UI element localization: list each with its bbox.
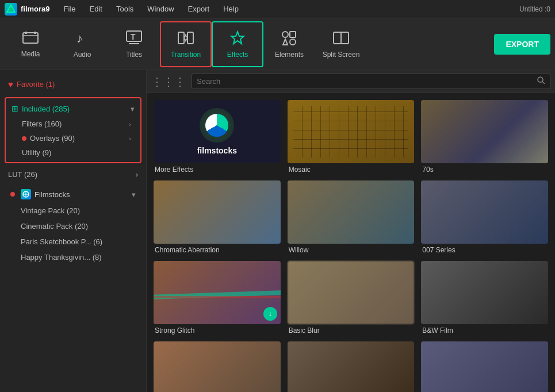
heart-icon: ♥ bbox=[8, 79, 13, 89]
lut-chevron: › bbox=[136, 170, 138, 179]
effects-grid: filmstocks More Effects Mosaic 70s bbox=[147, 93, 555, 392]
menu-bar: filmora9 File Edit Tools Window Export H… bbox=[0, 0, 555, 18]
main-area: ♥ Favorite (1) ⊞ Included (285) ▾ Filter… bbox=[0, 70, 555, 392]
sidebar-included-header[interactable]: ⊞ Included (285) ▾ bbox=[6, 101, 140, 117]
sidebar-favorite[interactable]: ♥ Favorite (1) bbox=[0, 75, 146, 94]
menu-edit[interactable]: Edit bbox=[84, 2, 108, 16]
70s-label: 70s bbox=[421, 166, 548, 174]
svg-rect-3 bbox=[25, 32, 27, 34]
search-bar: ⋮⋮⋮ bbox=[147, 70, 555, 93]
effect-glitch[interactable]: ↓ Strong Glitch bbox=[154, 261, 281, 335]
toolbar-audio[interactable]: ♪ Audio bbox=[56, 21, 108, 67]
menu-file[interactable]: File bbox=[58, 2, 82, 16]
svg-rect-13 bbox=[290, 32, 296, 37]
overlays-chevron: › bbox=[129, 135, 131, 142]
toolbar-transition-label: Transition bbox=[171, 51, 201, 59]
filmstocks-label: Filmstocks bbox=[35, 190, 70, 199]
partial3-thumb bbox=[421, 341, 548, 392]
effect-007[interactable]: 007 Series bbox=[421, 180, 548, 254]
007-label: 007 Series bbox=[421, 246, 548, 254]
effect-blur[interactable]: Basic Blur bbox=[288, 261, 415, 335]
effect-mosaic[interactable]: Mosaic bbox=[288, 100, 415, 174]
search-wrapper bbox=[192, 74, 550, 89]
sidebar-paris[interactable]: Paris Sketchbook P... (6) bbox=[5, 234, 141, 249]
sidebar-filters[interactable]: Filters (160) › bbox=[6, 117, 140, 131]
sidebar-thanksgiving[interactable]: Happy Thanksgivin... (8) bbox=[5, 249, 141, 265]
effect-partial3[interactable] bbox=[421, 341, 548, 392]
toolbar-media-label: Media bbox=[21, 50, 40, 58]
effect-70s[interactable]: 70s bbox=[421, 100, 548, 174]
filmstocks-chevron: ▾ bbox=[132, 190, 136, 199]
app-name: filmora9 bbox=[21, 5, 50, 13]
sidebar: ♥ Favorite (1) ⊞ Included (285) ▾ Filter… bbox=[0, 70, 147, 392]
grid-icon: ⊞ bbox=[12, 104, 18, 113]
svg-rect-2 bbox=[23, 33, 38, 43]
effect-partial2[interactable] bbox=[288, 341, 415, 392]
content-area: ⋮⋮⋮ filmstocks More E bbox=[147, 70, 555, 392]
filmstocks-header[interactable]: Filmstocks ▾ bbox=[5, 186, 141, 203]
sidebar-cinematic[interactable]: Cinematic Pack (20) bbox=[5, 218, 141, 234]
menu-help[interactable]: Help bbox=[217, 2, 244, 16]
effect-bw[interactable]: B&W Film bbox=[421, 261, 548, 335]
007-thumb bbox=[421, 180, 548, 244]
bw-label: B&W Film bbox=[421, 326, 548, 335]
chevron-down-icon: ▾ bbox=[131, 105, 135, 113]
favorite-label: Favorite (1) bbox=[17, 80, 55, 89]
audio-icon: ♪ bbox=[74, 30, 90, 48]
toolbar-splitscreen[interactable]: Split Screen bbox=[315, 21, 367, 67]
willow-label: Willow bbox=[288, 246, 415, 254]
sidebar-filmstocks-section: Filmstocks ▾ Vintage Pack (20) Cinematic… bbox=[5, 186, 141, 265]
mosaic-thumb bbox=[288, 100, 415, 163]
overlays-dot bbox=[22, 136, 26, 141]
menu-tools[interactable]: Tools bbox=[110, 2, 139, 16]
toolbar-elements[interactable]: Elements bbox=[263, 21, 315, 67]
svg-point-19 bbox=[538, 77, 543, 82]
grid-dots-icon[interactable]: ⋮⋮⋮ bbox=[151, 75, 186, 89]
effects-grid-container: filmstocks More Effects Mosaic 70s bbox=[147, 93, 555, 392]
filmstocks-icon bbox=[21, 189, 31, 199]
effect-chromatic[interactable]: Chromatic Aberration bbox=[154, 180, 281, 254]
export-button[interactable]: EXPORT bbox=[494, 34, 550, 55]
toolbar-effects[interactable]: Effects bbox=[212, 21, 263, 67]
svg-marker-11 bbox=[231, 32, 244, 44]
filmstocks-dot bbox=[10, 192, 15, 197]
toolbar-titles[interactable]: T Titles bbox=[108, 21, 160, 67]
toolbar-effects-label: Effects bbox=[227, 51, 248, 59]
partial1-thumb bbox=[154, 341, 281, 392]
svg-text:♪: ♪ bbox=[76, 31, 83, 45]
effects-icon bbox=[229, 30, 246, 48]
toolbar-media[interactable]: Media bbox=[5, 21, 56, 67]
window-title: Untitled :0 bbox=[519, 5, 550, 13]
effect-more-effects[interactable]: filmstocks More Effects bbox=[154, 100, 281, 174]
cinematic-label: Cinematic Pack (20) bbox=[21, 222, 88, 230]
toolbar-audio-label: Audio bbox=[74, 51, 91, 59]
sidebar-overlays[interactable]: Overlays (90) › bbox=[6, 131, 140, 145]
sidebar-vintage[interactable]: Vintage Pack (20) bbox=[5, 203, 141, 218]
more-effects-thumb: filmstocks bbox=[154, 100, 281, 163]
partial2-thumb bbox=[288, 341, 415, 392]
splitscreen-icon bbox=[332, 30, 350, 48]
mosaic-label: Mosaic bbox=[288, 166, 415, 174]
logo-icon bbox=[5, 3, 17, 16]
effect-willow[interactable]: Willow bbox=[288, 180, 415, 254]
filmstocks-brand-text: filmstocks bbox=[197, 146, 237, 155]
lut-label: LUT (26) bbox=[8, 170, 37, 179]
sidebar-utility[interactable]: Utility (9) bbox=[6, 145, 140, 160]
glitch-thumb: ↓ bbox=[154, 261, 281, 324]
toolbar-transition[interactable]: Transition bbox=[160, 21, 212, 67]
search-input[interactable] bbox=[197, 77, 535, 86]
menu-export[interactable]: Export bbox=[182, 2, 216, 16]
chromatic-label: Chromatic Aberration bbox=[154, 246, 281, 254]
thanksgiving-label: Happy Thanksgivin... (8) bbox=[21, 253, 102, 262]
svg-rect-10 bbox=[187, 32, 193, 44]
sidebar-included-section: ⊞ Included (285) ▾ Filters (160) › Overl… bbox=[5, 97, 141, 163]
blur-label: Basic Blur bbox=[288, 326, 415, 335]
filters-chevron: › bbox=[129, 121, 131, 128]
menu-window[interactable]: Window bbox=[141, 2, 179, 16]
chromatic-thumb bbox=[154, 180, 281, 244]
effect-partial1[interactable] bbox=[154, 341, 281, 392]
elements-icon bbox=[281, 30, 298, 48]
utility-label: Utility (9) bbox=[22, 148, 51, 157]
toolbar-titles-label: Titles bbox=[126, 51, 142, 59]
sidebar-lut[interactable]: LUT (26) › bbox=[0, 167, 146, 182]
